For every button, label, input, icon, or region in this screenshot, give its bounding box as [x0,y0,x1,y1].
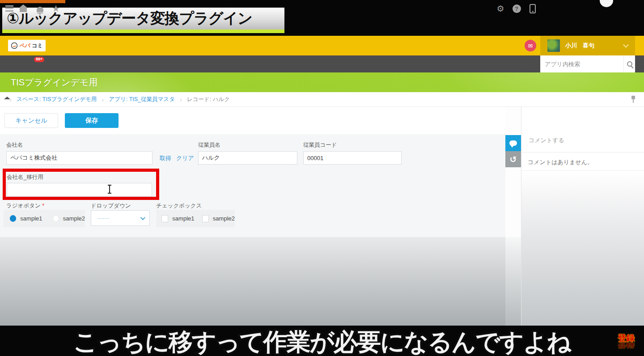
comment-input-placeholder[interactable]: コメントする [529,136,564,144]
subtitle-caption: こっちに移すって作業が必要になるんですよね [0,326,644,356]
cancel-button[interactable]: キャンセル [4,113,58,128]
employee-name-input[interactable] [198,151,297,165]
mail-icon[interactable]: ✉ [525,40,536,51]
chevron-down-icon [140,215,145,220]
radio-sample2-label: sample2 [63,215,85,222]
company-input[interactable] [6,151,153,165]
checkbox-sample2-label: sample2 [213,215,235,222]
checkbox-sample1-label: sample1 [172,215,194,222]
company-label: 会社名 [6,141,23,149]
radio-label: ラジオボタン * [6,202,44,210]
breadcrumb-app-link[interactable]: アプリ: TIS_従業員マスタ [109,96,175,103]
dropdown-value: ----- [97,215,110,221]
chevron-down-icon [623,42,629,48]
logo-text-2: コミ [32,42,43,50]
subscribe-stamp: 登録 登録 [618,334,635,350]
panel-background [521,171,644,326]
search-icon [627,61,632,67]
space-title: TISプラグインデモ用 [11,72,644,92]
mail-glyph: ✉ [528,42,533,49]
pepacomi-logo-icon [11,42,18,49]
divider [521,152,644,153]
breadcrumb-space-link[interactable]: スペース: TISプラグインデモ用 [17,96,97,103]
hamburger-menu-icon[interactable] [4,0,15,17]
breadcrumb-separator: › [180,96,182,103]
dropdown-select[interactable]: ----- [91,210,150,226]
employee-name-label: 従業員名 [198,141,220,149]
help-icon[interactable]: ? [511,0,522,17]
search-button[interactable] [623,55,635,72]
notification-badge: 99+ [34,57,44,62]
comment-rail-lower [505,237,521,326]
radio-sample1[interactable] [10,215,16,222]
user-name: 小川 喜句 [565,42,594,50]
pin-icon[interactable] [631,96,636,103]
comment-empty-message: コメントはありません。 [528,158,593,166]
company-migration-label: 会社名_移行用 [7,174,43,181]
notification-bell-icon[interactable] [34,0,46,17]
history-icon: ↺ [510,154,517,165]
user-menu[interactable]: 小川 喜句 [540,36,635,55]
text-cursor-icon [107,185,112,194]
checkbox-label: チェックボックス [156,202,202,210]
video-overlay-circle [600,0,613,7]
required-mark: * [42,203,44,209]
checkbox-sample2[interactable] [202,215,209,222]
employee-code-label: 従業員コード [303,141,337,149]
logo-text-1: ペパ [19,42,30,50]
comment-button[interactable] [505,135,521,151]
history-button[interactable]: ↺ [505,151,521,167]
comment-panel: コメントする コメントはありません。 [521,107,644,326]
home-icon[interactable] [18,0,29,17]
save-button[interactable]: 保存 [65,113,119,128]
breadcrumb-separator: › [102,96,104,103]
settings-gear-icon[interactable]: ⚙ [495,0,506,17]
comment-rail [505,107,521,237]
comment-bubble-icon [509,140,517,146]
breadcrumb-record: レコード: ハルク [187,96,230,103]
employee-code-input[interactable] [303,151,402,165]
overlay-title-underline [2,30,284,33]
checkbox-sample1[interactable] [161,215,168,222]
page-background-lower [0,237,505,326]
mobile-icon[interactable] [527,0,538,17]
space-title-bar: TISプラグインデモ用 [0,72,644,92]
radio-sample1-label: sample1 [20,215,42,222]
company-migration-input[interactable] [7,183,152,197]
checkbox-group: sample1 sample2 [156,210,235,227]
favorites-star-icon[interactable]: ★ [50,0,62,17]
avatar [547,39,560,52]
stamp-text: 登録 [618,333,635,343]
search-input[interactable] [540,55,623,72]
breadcrumb: › スペース: TISプラグインデモ用 › アプリ: TIS_従業員マスタ › … [0,92,644,107]
app-search [540,55,635,72]
radio-group: sample1 sample2 [4,210,85,227]
radio-sample2[interactable] [53,215,59,222]
lookup-clear-link[interactable]: クリア [176,154,194,162]
lookup-get-link[interactable]: 取得 [160,154,171,162]
stamp-reflection: 登録 [618,342,635,349]
pepacomi-logo[interactable]: ペパコミ [8,40,46,51]
dropdown-label: ドロップダウン [91,202,131,210]
